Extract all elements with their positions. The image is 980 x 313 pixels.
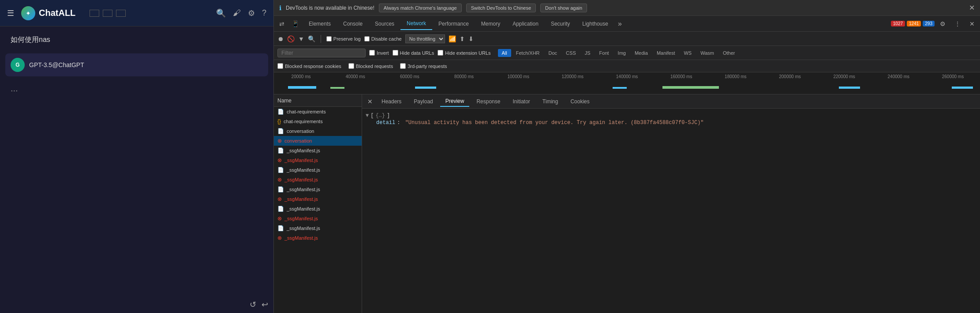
close-notification-icon[interactable]: ✕ — [969, 4, 975, 12]
hide-data-urls-checkbox[interactable] — [393, 50, 398, 56]
tab-overflow-button[interactable]: » — [614, 17, 625, 30]
type-btn-css[interactable]: CSS — [562, 49, 580, 57]
window-split-v-btn[interactable] — [103, 10, 112, 17]
tab-timing[interactable]: Timing — [537, 97, 564, 106]
list-item[interactable]: {} chat-requirements — [274, 117, 362, 126]
tab-security[interactable]: Security — [545, 18, 576, 30]
tab-payload[interactable]: Payload — [408, 97, 438, 106]
bot-avatar: G — [11, 58, 25, 72]
settings-gear-icon[interactable]: ⚙ — [936, 18, 949, 30]
file-name: _ssgManifest.js — [284, 196, 318, 202]
reply-button[interactable]: ↩ — [262, 300, 268, 309]
devtools-phone-icon[interactable]: 📱 — [288, 18, 303, 30]
record-icon[interactable]: ⏺ — [277, 35, 284, 42]
list-item-selected[interactable]: ⊗ conversation — [274, 136, 362, 146]
filter-icon[interactable]: ▼ — [298, 35, 304, 42]
list-item[interactable]: 📄 conversation — [274, 126, 362, 136]
menu-icon[interactable]: ☰ — [7, 8, 14, 18]
type-btn-ws[interactable]: WS — [680, 49, 696, 57]
refresh-button[interactable]: ↺ — [250, 300, 256, 309]
blocked-requests-checkbox[interactable] — [348, 63, 354, 69]
separator-1 — [321, 35, 321, 43]
settings-icon[interactable]: ⚙ — [248, 8, 255, 18]
json-collapse-indicator[interactable]: {…} — [375, 113, 385, 119]
list-item[interactable]: ⊗ _ssgManifest.js — [274, 233, 362, 243]
main-content: Name 📄 chat-requirements {} chat-require… — [274, 94, 980, 313]
error-badge: 1027 — [891, 21, 905, 26]
tab-sources[interactable]: Sources — [369, 18, 400, 30]
invert-label: Invert — [369, 50, 389, 56]
notification-text: DevTools is now available in Chinese! — [286, 5, 374, 11]
tab-console[interactable]: Console — [337, 18, 369, 30]
bot-item[interactable]: G GPT-3.5@ChatGPT — [5, 53, 268, 76]
tab-network[interactable]: Network — [400, 18, 432, 30]
tab-memory[interactable]: Memory — [475, 18, 506, 30]
type-btn-manifest[interactable]: Manifest — [653, 49, 679, 57]
list-item[interactable]: ⊗ _ssgManifest.js — [274, 214, 362, 223]
type-btn-all[interactable]: All — [498, 49, 511, 57]
preserve-log-checkbox[interactable] — [326, 36, 332, 41]
list-item[interactable]: 📄 chat-requirements — [274, 107, 362, 117]
bottom-actions: ↺ ↩ — [0, 296, 273, 313]
match-language-button[interactable]: Always match Chrome's language — [379, 4, 462, 12]
type-btn-media[interactable]: Media — [631, 49, 652, 57]
filter-input[interactable] — [281, 50, 362, 56]
download-icon[interactable]: ⬇ — [468, 35, 474, 42]
tab-response[interactable]: Response — [471, 97, 505, 106]
wifi-icon[interactable]: 📶 — [449, 35, 456, 42]
throttle-select[interactable]: No throttling — [405, 34, 445, 43]
type-btn-doc[interactable]: Doc — [545, 49, 561, 57]
upload-icon[interactable]: ⬆ — [460, 35, 465, 42]
logo-icon: ✦ — [21, 6, 35, 20]
file-name: _ssgManifest.js — [287, 206, 320, 211]
list-item[interactable]: 📄 _ssgManifest.js — [274, 185, 362, 194]
list-item[interactable]: ⊗ _ssgManifest.js — [274, 175, 362, 185]
type-btn-fetch-xhr[interactable]: Fetch/XHR — [512, 49, 544, 57]
close-detail-icon[interactable]: ✕ — [366, 96, 374, 107]
close-devtools-icon[interactable]: ✕ — [966, 18, 978, 30]
tab-initiator[interactable]: Initiator — [507, 97, 535, 106]
search-icon[interactable]: 🔍 — [216, 8, 226, 18]
tab-preview[interactable]: Preview — [440, 96, 470, 107]
file-name: _ssgManifest.js — [284, 235, 318, 241]
tab-performance[interactable]: Performance — [432, 18, 475, 30]
search-network-icon[interactable]: 🔍 — [308, 35, 315, 42]
type-btn-wasm[interactable]: Wasm — [696, 49, 718, 57]
type-btn-img[interactable]: Img — [614, 49, 630, 57]
dont-show-again-button[interactable]: Don't show again — [540, 4, 587, 12]
disable-cache-checkbox[interactable] — [364, 36, 370, 41]
timeline-bar: 20000 ms 40000 ms 60000 ms 80000 ms 1000… — [274, 72, 980, 94]
clear-icon[interactable]: 🚫 — [287, 35, 295, 42]
tab-headers[interactable]: Headers — [376, 97, 407, 106]
network-toolbar: ⏺ 🚫 ▼ 🔍 Preserve log Disable cache No th… — [274, 32, 980, 46]
file-doc-icon: 📄 — [277, 225, 284, 231]
file-json-icon: {} — [277, 118, 281, 124]
list-item[interactable]: 📄 _ssgManifest.js — [274, 223, 362, 233]
blocked-cookies-checkbox[interactable] — [277, 63, 283, 69]
type-btn-js[interactable]: JS — [581, 49, 595, 57]
devtools-cursor-icon[interactable]: ⇄ — [276, 18, 288, 30]
list-item[interactable]: ⊗ _ssgManifest.js — [274, 155, 362, 165]
hide-extension-urls-checkbox[interactable] — [438, 50, 443, 56]
tab-lighthouse[interactable]: Lighthouse — [576, 18, 614, 30]
list-item[interactable]: 📄 _ssgManifest.js — [274, 146, 362, 155]
help-icon[interactable]: ? — [262, 8, 266, 18]
type-btn-other[interactable]: Other — [719, 49, 739, 57]
blocked-requests-label: Blocked requests — [348, 63, 393, 69]
list-item[interactable]: 📄 _ssgManifest.js — [274, 204, 362, 214]
tab-application[interactable]: Application — [506, 18, 545, 30]
tab-elements[interactable]: Elements — [303, 18, 337, 30]
window-minimize-btn[interactable] — [90, 10, 99, 17]
paint-icon[interactable]: 🖌 — [233, 8, 241, 18]
list-item[interactable]: ⊗ _ssgManifest.js — [274, 194, 362, 204]
more-options-icon[interactable]: ⋮ — [951, 18, 964, 30]
switch-devtools-button[interactable]: Switch DevTools to Chinese — [466, 4, 536, 12]
file-doc-icon: 📄 — [277, 109, 284, 115]
invert-checkbox[interactable] — [369, 50, 375, 56]
third-party-checkbox[interactable] — [400, 63, 406, 69]
window-split-h-btn[interactable] — [116, 10, 126, 17]
json-arrow-down[interactable]: ▼ — [366, 113, 369, 119]
list-item[interactable]: 📄 _ssgManifest.js — [274, 165, 362, 175]
tab-cookies[interactable]: Cookies — [565, 97, 595, 106]
type-btn-font[interactable]: Font — [595, 49, 613, 57]
